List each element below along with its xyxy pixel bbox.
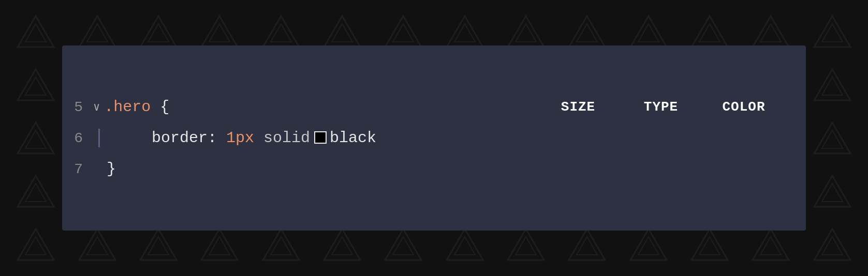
svg-marker-125 [393,237,414,255]
property-border: border: [152,129,217,147]
svg-marker-25 [760,24,781,42]
triangle-icon [5,112,66,165]
value-color: black [330,129,376,147]
code-line-6: 6 border: 1px solid black [62,122,806,154]
svg-marker-117 [148,237,169,255]
value-type: solid [254,129,310,147]
collapse-chevron: ∨ [93,100,100,114]
code-lines: 5 ∨ .hero { SIZE TYPE COLOR 6 border: 1p… [62,91,806,185]
color-header: COLOR [702,99,785,115]
svg-marker-11 [332,24,352,42]
svg-marker-3 [87,24,108,42]
svg-marker-127 [454,237,475,255]
line-5-content: ∨ .hero { SIZE TYPE COLOR [93,98,806,116]
svg-marker-29 [25,77,46,95]
triangle-icon [802,218,863,271]
svg-marker-57 [25,130,46,148]
triangle-icon [5,218,66,271]
svg-marker-13 [393,24,414,42]
code-line-7: 7 } [62,154,806,185]
indent-border [98,129,100,147]
selector-class: .hero [104,98,151,116]
size-header: SIZE [537,99,620,115]
svg-marker-137 [760,237,781,255]
code-panel: 5 ∨ .hero { SIZE TYPE COLOR 6 border: 1p… [62,45,806,231]
svg-marker-129 [516,237,536,255]
line-number-6: 6 [62,130,93,146]
svg-marker-139 [822,237,843,255]
line-number-7: 7 [62,161,93,177]
triangle-icon [5,5,66,58]
triangle-icon [802,58,863,112]
svg-marker-23 [699,24,720,42]
svg-marker-113 [25,237,46,255]
color-swatch-wrapper [314,129,330,147]
triangle-icon [802,5,863,58]
svg-marker-17 [516,24,536,42]
svg-marker-123 [332,237,352,255]
triangle-icon [802,164,863,218]
svg-marker-1 [25,24,46,42]
line-7-content: } [93,160,806,178]
svg-marker-19 [577,24,597,42]
svg-marker-27 [822,24,843,42]
svg-marker-9 [271,24,291,42]
svg-marker-55 [822,77,843,95]
svg-marker-115 [87,237,108,255]
svg-marker-119 [209,237,230,255]
svg-marker-21 [638,24,659,42]
line-6-content: border: 1px solid black [93,129,806,147]
line-number-5: 5 [62,99,93,115]
type-header: TYPE [620,99,702,115]
triangle-icon [802,112,863,165]
close-brace: } [107,160,116,178]
triangle-icon [5,58,66,112]
svg-marker-15 [454,24,475,42]
svg-marker-7 [209,24,230,42]
svg-marker-111 [822,183,843,202]
triangle-icon [5,164,66,218]
svg-marker-121 [271,237,291,255]
column-headers: SIZE TYPE COLOR [537,99,785,115]
svg-marker-5 [148,24,169,42]
black-color-swatch [314,131,327,144]
value-size: 1px [217,129,254,147]
svg-marker-83 [822,130,843,148]
svg-marker-133 [638,237,659,255]
open-brace: { [151,98,169,116]
code-line-5: 5 ∨ .hero { SIZE TYPE COLOR [62,91,806,122]
svg-marker-135 [699,237,720,255]
svg-marker-85 [25,183,46,202]
svg-marker-131 [577,237,597,255]
